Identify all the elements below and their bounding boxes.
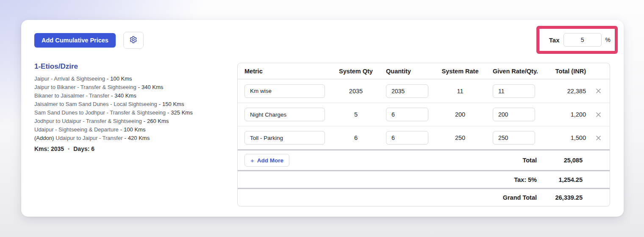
quantity-input[interactable] <box>386 108 428 121</box>
close-icon <box>596 136 601 142</box>
column-header-system-qty: System Qty <box>332 68 380 75</box>
given-rate-input[interactable] <box>493 108 535 121</box>
itinerary-panel: 1-Etios/Dzire Jaipur - Arrival & Sightse… <box>34 62 233 152</box>
table-row: 6 250 1,500 <box>238 126 610 149</box>
toolbar: Add Cumulative Prices <box>34 32 144 49</box>
metric-input[interactable] <box>244 108 325 121</box>
system-qty-value: 6 <box>332 134 380 141</box>
tax-control-highlight: Tax % <box>536 26 618 54</box>
vehicle-title: 1-Etios/Dzire <box>34 62 233 71</box>
delete-row-button[interactable] <box>594 134 603 142</box>
add-more-button[interactable]: + Add More <box>244 154 289 167</box>
itinerary-leg-addon: (Addon)Udaipur to Jaipur - Transfer-420 … <box>34 134 233 142</box>
column-header-system-rate: System Rate <box>433 68 488 75</box>
itinerary-leg: Jaipur - Arrival & Sightseeing-100 Kms <box>34 75 233 83</box>
percent-suffix: % <box>605 36 611 43</box>
itinerary-leg: Jodhpur to Udaipur - Transfer & Sightsee… <box>34 117 233 125</box>
gear-icon <box>129 36 137 45</box>
column-header-given-rate: Given Rate/Qty. <box>488 68 550 75</box>
addon-badge: (Addon) <box>34 135 54 141</box>
main-card: Add Cumulative Prices Tax % 1-Etios/Dzir… <box>21 20 624 217</box>
add-more-label: Add More <box>257 157 283 164</box>
itinerary-leg: Jaipur to Bikaner - Transfer & Sightseei… <box>34 83 233 92</box>
row-total-value: 1,200 <box>550 111 587 118</box>
system-rate-value: 200 <box>433 111 488 118</box>
quantity-input[interactable] <box>386 84 428 98</box>
system-rate-value: 250 <box>433 134 488 141</box>
kms-total: Kms: 2035 <box>34 145 64 152</box>
grand-total-label: Grand Total <box>238 194 537 201</box>
delete-row-button[interactable] <box>594 110 603 119</box>
tax-percent-input[interactable] <box>564 33 602 47</box>
quantity-input[interactable] <box>386 131 428 145</box>
total-value: 25,085 <box>537 157 583 164</box>
table-header-row: Metric System Qty Quantity System Rate G… <box>238 63 610 79</box>
system-qty-value: 5 <box>332 111 380 118</box>
itinerary-leg: Udaipur - Sightseeing & Departure-100 Km… <box>34 125 233 134</box>
settings-button[interactable] <box>123 32 144 49</box>
total-label: Total <box>522 157 537 164</box>
close-icon <box>596 112 601 119</box>
itinerary-leg: Bikaner to Jaisalmer - Transfer-340 Kms <box>34 92 233 100</box>
system-qty-value: 2035 <box>332 88 380 95</box>
grand-total-row: Grand Total 26,339.25 <box>238 189 610 206</box>
column-header-total-inr: Total (INR) <box>550 68 587 75</box>
metric-input[interactable] <box>244 131 325 145</box>
tax-label: Tax <box>549 36 560 44</box>
given-rate-input[interactable] <box>493 131 535 145</box>
itinerary-leg: Jaisalmer to Sam Sand Dunes - Local Sigh… <box>34 100 233 109</box>
add-cumulative-prices-button[interactable]: Add Cumulative Prices <box>34 33 116 47</box>
system-rate-value: 11 <box>433 88 488 95</box>
itinerary-leg: Sam Sand Dunes to Jodhpur - Transfer & S… <box>34 109 233 117</box>
row-total-value: 1,500 <box>550 134 587 141</box>
close-icon <box>596 89 601 95</box>
column-header-metric: Metric <box>238 68 332 75</box>
tax-summary-label: Tax: 5% <box>238 176 537 183</box>
given-rate-input[interactable] <box>493 84 535 98</box>
column-header-quantity: Quantity <box>380 68 433 75</box>
kms-days-summary: Kms: 2035 • Days: 6 <box>34 145 233 152</box>
grand-total-value: 26,339.25 <box>537 194 583 201</box>
plus-icon: + <box>250 157 254 164</box>
add-more-total-row: + Add More Total 25,085 <box>238 151 610 170</box>
bullet-separator: • <box>68 146 69 152</box>
table-row: 5 200 1,200 <box>238 103 610 126</box>
row-total-value: 22,385 <box>550 88 587 95</box>
tax-row: Tax: 5% 1,254.25 <box>238 171 610 188</box>
metric-input[interactable] <box>244 84 325 98</box>
pricing-table: Metric System Qty Quantity System Rate G… <box>237 63 610 206</box>
table-row: 2035 11 22,385 <box>238 79 610 103</box>
delete-row-button[interactable] <box>594 86 603 95</box>
days-total: Days: 6 <box>73 145 94 152</box>
tax-summary-value: 1,254.25 <box>537 176 583 183</box>
